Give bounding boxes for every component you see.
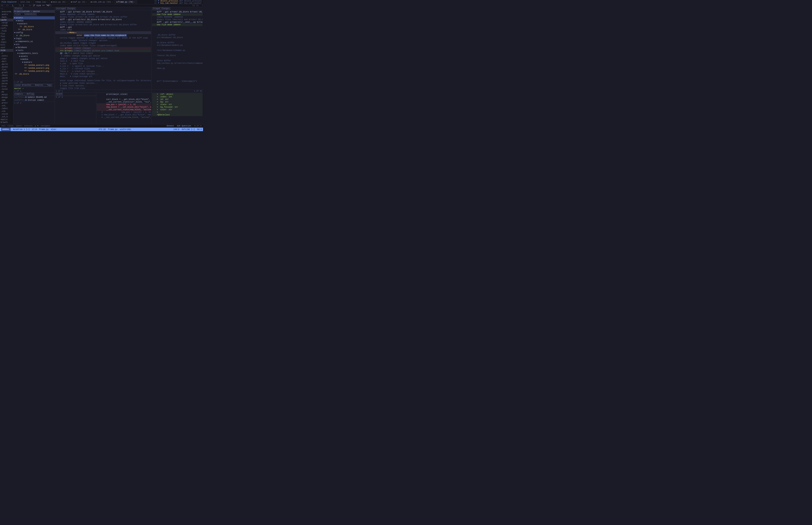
sidebar-item-zsh[interactable]: .zsh_h bbox=[0, 115, 13, 118]
sidebar-item-logic[interactable]: logic bbox=[0, 41, 13, 43]
tab-bar: File Explorer init.lua × remap.lua × ● m… bbox=[0, 0, 203, 4]
commit-user-2: JG bbox=[25, 99, 27, 101]
sidebar-item-conti[interactable]: .conti bbox=[0, 55, 13, 57]
close-icon[interactable]: × bbox=[112, 1, 113, 3]
tab-frame-py[interactable]: ● frame.py (78) × bbox=[115, 0, 137, 4]
s-line-4: Binary files /dev/null and b/root/.DS_St… bbox=[152, 18, 203, 21]
sidebar-item-local[interactable]: .local bbox=[0, 88, 13, 90]
branches-section: Local Branches - Remotes - Tags master ✓… bbox=[13, 84, 55, 92]
tab-remap-lua[interactable]: remap.lua × bbox=[33, 0, 49, 4]
file-item-tests[interactable]: ▼tests bbox=[13, 49, 55, 52]
ln-50-r: 50 bbox=[192, 4, 195, 7]
footer-hint: esc: close, space: execute, ▲ ▼: navigat… bbox=[2, 125, 50, 127]
file-item-ct-media[interactable]: ▼media bbox=[13, 58, 55, 61]
file-item-config-dsstore[interactable]: A .DS_Store bbox=[13, 34, 55, 37]
close-icon[interactable]: × bbox=[134, 1, 135, 3]
s-line-sp6 bbox=[152, 72, 203, 75]
sidebar-item-mongo[interactable]: .mongo bbox=[0, 96, 13, 99]
sidebar-item-vscod[interactable]: .vscod bbox=[0, 112, 13, 115]
close-icon[interactable]: × bbox=[46, 1, 47, 3]
close-icon[interactable]: × bbox=[66, 1, 67, 3]
file-item-assets[interactable]: ▼assets bbox=[13, 16, 55, 19]
right-info: 149:8 bbox=[173, 129, 179, 131]
sidebar-item-font[interactable]: font bbox=[0, 35, 13, 38]
file-item-avatar1[interactable]: ?? random_avatar1.png bbox=[13, 64, 55, 67]
code-54: if size == "MD": bbox=[33, 4, 52, 7]
sidebar-item-cache[interactable]: cache bbox=[0, 18, 13, 21]
tab-main-py[interactable]: ● main.py (8) × bbox=[49, 0, 69, 4]
sidebar-item-nvim[interactable]: nvim bbox=[0, 49, 13, 52]
sidebar-item-applic[interactable]: Applic bbox=[0, 118, 13, 121]
file-item-config[interactable]: ▼config bbox=[13, 31, 55, 34]
commit-item-2[interactable]: 8adb9f11 JG Initial commit bbox=[13, 99, 55, 102]
tab-init-lua[interactable]: init.lua × bbox=[19, 0, 33, 4]
sidebar-item-m2[interactable]: .m2 bbox=[0, 90, 13, 93]
sidebar-item-conda[interactable]: .conda bbox=[0, 24, 13, 27]
commit-msg-2: Initial commit bbox=[28, 99, 44, 101]
file-item-dsstore2[interactable]: ?? .DS_Store bbox=[13, 28, 55, 31]
bottom-diff-left: print(major_vline) curr_block = __get_bl… bbox=[96, 93, 152, 124]
sidebar-item-ipynb[interactable]: .ipynb bbox=[0, 77, 13, 79]
tab-frame-label: frame.py (78) bbox=[118, 1, 133, 3]
close-icon[interactable]: × bbox=[86, 1, 87, 3]
sidebar-item-vim[interactable]: .vim bbox=[0, 110, 13, 112]
file-item-ct-assets[interactable]: ▼assets bbox=[13, 55, 55, 58]
sidebar-item-ipyth[interactable]: .ipyth bbox=[0, 79, 13, 82]
file-item-avatar2[interactable]: ?? random_avatar2.png bbox=[13, 67, 55, 70]
file-item-dsstore1[interactable]: ?? .DS_Store bbox=[13, 25, 55, 28]
sidebar-item-anaconda[interactable]: .anaconda bbox=[0, 10, 13, 13]
file-explorer-panel: Status PrimitiveCode → master Files - Su… bbox=[13, 7, 55, 92]
file-item-components-ui[interactable]: ▶components_ui bbox=[13, 40, 55, 43]
sidebar-item-brawlh[interactable]: Brawlh bbox=[0, 121, 13, 124]
file-item-avatars[interactable]: ▼avatars bbox=[13, 22, 55, 25]
file-item-avatar3[interactable]: ?? random_avatar3.png bbox=[13, 70, 55, 73]
sidebar-item-iboys[interactable]: .iboys bbox=[0, 74, 13, 77]
branch-master[interactable]: master ✓ bbox=[13, 87, 55, 90]
modified-dot: ● bbox=[51, 1, 52, 3]
sidebar-item-confi[interactable]: confi bbox=[0, 27, 13, 30]
diff-line-a-root: --- a/rootc commit changes bbox=[55, 47, 151, 49]
sidebar-item-keras[interactable]: .keras bbox=[0, 82, 13, 85]
sidebar-item-flet[interactable]: .flet bbox=[0, 68, 13, 71]
sidebar-item-matpl[interactable]: .matpl bbox=[0, 93, 13, 96]
sidebar-item-git[interactable]: .git bbox=[0, 38, 13, 41]
sidebar-item-cargo[interactable]: .cargo bbox=[0, 21, 13, 24]
sidebar-item-gradl[interactable]: .gradl bbox=[0, 71, 13, 74]
sidebar-item-docke[interactable]: .docke bbox=[0, 65, 13, 68]
file-name-2: frame.py bbox=[108, 129, 118, 131]
tab-newf-py[interactable]: ● newf.py (3) × bbox=[69, 0, 89, 4]
sidebar-item-tabni[interactable]: .tabni bbox=[0, 107, 13, 110]
sidebar-item-dart[interactable]: .dart bbox=[0, 60, 13, 63]
sidebar-item-flut[interactable]: flut bbox=[0, 32, 13, 35]
sidebar-item-bash[interactable]: .bash_ bbox=[0, 16, 13, 18]
s-line-models: src/database/models.py bbox=[152, 44, 203, 47]
file-item-media[interactable]: ▼media bbox=[13, 19, 55, 22]
file-item-ct-avatars[interactable]: ▼avatars bbox=[13, 61, 55, 64]
diff-l9: C commit changes using git editor bbox=[55, 55, 151, 57]
file-item-src[interactable]: ▼src bbox=[13, 43, 55, 46]
sidebar-item-ssh[interactable]: .ssh_ bbox=[0, 104, 13, 107]
sidebar-item-c[interactable]: .c bbox=[0, 52, 13, 55]
unstaged-scroll-info: 1 of 1 bbox=[55, 90, 151, 92]
file-item-comp-tests[interactable]: ▼components_tests bbox=[13, 52, 55, 55]
sidebar-item-fish[interactable]: .fish bbox=[0, 30, 13, 32]
file-item-logic[interactable]: ▼logic bbox=[13, 37, 55, 40]
commit-item-1[interactable]: b1cf45fa JG Update README.md bbox=[13, 96, 55, 99]
close-icon[interactable]: × bbox=[31, 1, 32, 3]
donate-link[interactable]: Donate bbox=[167, 125, 174, 127]
sidebar-item-npm[interactable]: .npm bbox=[0, 99, 13, 102]
tab-code-ide-py[interactable]: ● code_ide.py (53) × bbox=[89, 0, 115, 4]
sidebar-item-cups[interactable]: .cups bbox=[0, 57, 13, 60]
sidebar-item-neof[interactable]: neof bbox=[0, 46, 13, 49]
sidebar-item-kitt[interactable]: kitt bbox=[0, 43, 13, 46]
sidebar-item-kivy[interactable]: .kivy bbox=[0, 85, 13, 88]
app-container: File Explorer init.lua × remap.lua × ● m… bbox=[0, 0, 203, 131]
sidebar-item-dartS[interactable]: .dartS bbox=[0, 63, 13, 65]
file-item-database[interactable]: ▶database bbox=[13, 46, 55, 49]
diff-line-b-root: +++ b/rootw commit changes without pre-c… bbox=[55, 49, 151, 52]
sidebar-item-andro[interactable]: .andro bbox=[0, 13, 13, 16]
sidebar-item-prett[interactable]: .prett bbox=[0, 102, 13, 104]
ask-question-link[interactable]: Ask Question bbox=[177, 125, 191, 127]
tab-file-explorer[interactable]: File Explorer bbox=[0, 0, 19, 4]
file-item-root-dsstore[interactable]: ?? .DS_Store bbox=[13, 73, 55, 76]
